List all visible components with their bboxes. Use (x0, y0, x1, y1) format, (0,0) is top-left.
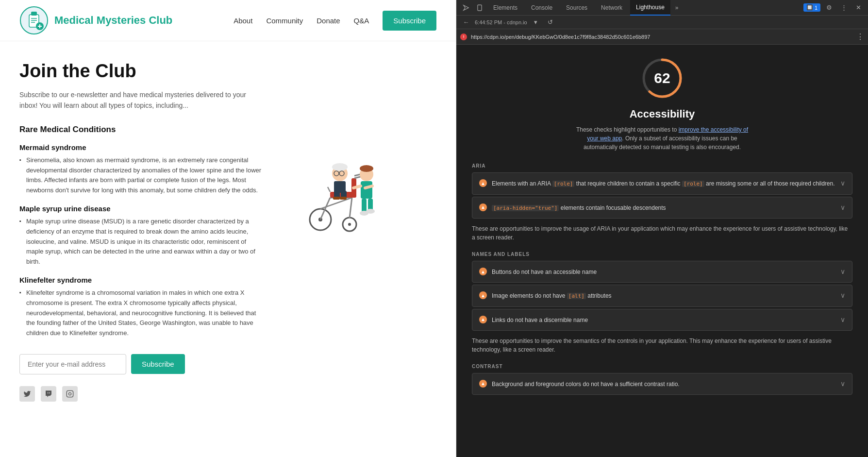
twitter-icon[interactable] (19, 386, 35, 402)
reload-icon[interactable]: ↺ (545, 17, 556, 28)
warning-icon-3: ▲ (479, 268, 487, 275)
chevron-down-icon-3: ∨ (840, 268, 845, 275)
chevron-down-icon-1: ∨ (840, 179, 845, 187)
subscribe-bottom-button[interactable]: Subscribe (131, 354, 185, 374)
aria-item-2-text: [aria-hidden="true"] elements contain fo… (492, 204, 666, 211)
names-item-3[interactable]: ▲ Links do not have a discernible name ∨ (472, 309, 852, 331)
svg-line-38 (353, 186, 361, 188)
svg-point-36 (360, 165, 373, 172)
site-main: Join the Club Subscribe to our e-newslet… (0, 41, 456, 421)
notification-count: 1 (815, 5, 818, 11)
condition-title-maple: Maple syrup urine disease (19, 204, 262, 213)
names-item-1[interactable]: ▲ Buttons do not have an accessible name… (472, 261, 852, 283)
page-subtitle: Subscribe to our e-newsletter and have m… (19, 89, 262, 111)
device-icon[interactable] (474, 2, 485, 14)
condition-list-maple: Maple syrup urine disease (MSUD) is a ra… (19, 217, 262, 267)
svg-rect-34 (340, 197, 347, 200)
names-labels-category-label: NAMES AND LABELS (472, 252, 852, 257)
score-circle: 62 (640, 56, 684, 100)
chevron-down-icon-2: ∨ (840, 203, 845, 211)
names-item-3-content: Links do not have a discernible name (492, 315, 835, 324)
contrast-category-label: CONTRAST (472, 364, 852, 369)
lighthouse-score: 62 (654, 70, 670, 86)
more-options-icon[interactable]: ⋮ (838, 2, 850, 14)
warning-icon-5: ▲ (479, 316, 487, 323)
warning-icon-2: ▲ (479, 203, 487, 211)
nav-about[interactable]: About (234, 17, 252, 25)
notification-icon: 🔲 (806, 4, 813, 11)
more-tabs-button[interactable]: » (672, 4, 682, 11)
svg-point-43 (366, 209, 375, 214)
names-description: These are opportunities to improve the s… (472, 337, 852, 354)
chevron-down-icon-5: ∨ (840, 316, 845, 323)
site-nav: About Community Donate Q&A Subscribe (234, 11, 436, 31)
dropdown-icon[interactable]: ▾ (530, 17, 542, 28)
aria-item-2[interactable]: ▲ [aria-hidden="true"] elements contain … (472, 197, 852, 219)
social-icons (19, 386, 262, 402)
names-item-2-content: Image elements do not have [alt] attribu… (492, 291, 835, 301)
devtools-urlbar: ! https://cdpn.io/pen/debug/KKebGwO/0d8e… (456, 29, 868, 45)
names-item-3-text: Links do not have a discernible name (492, 317, 588, 323)
list-item: Klinefelter syndrome is a chromosomal va… (19, 288, 262, 339)
names-item-1-content: Buttons do not have an accessible name (492, 267, 835, 276)
site-header: Medical Mysteries Club About Community D… (0, 0, 456, 41)
condition-list-mermaid: Sirenomelia, also known as mermaid syndr… (19, 155, 262, 196)
svg-line-21 (328, 187, 330, 192)
email-section: Subscribe (19, 354, 262, 374)
svg-rect-33 (333, 197, 340, 200)
lighthouse-section-title: Accessibility (472, 108, 852, 120)
svg-line-39 (365, 186, 372, 188)
lighthouse-content: 62 Accessibility These checks highlight … (456, 45, 868, 457)
contrast-item-1-content: Background and foreground colors do not … (492, 379, 835, 389)
aria-item-1-content: Elements with an ARIA [role] that requir… (492, 179, 835, 188)
website-panel: Medical Mysteries Club About Community D… (0, 0, 456, 457)
tab-sources[interactable]: Sources (560, 0, 593, 16)
aria-item-2-content: [aria-hidden="true"] elements contain fo… (492, 203, 835, 213)
condition-title-klinefelter: Klinefelter syndrome (19, 276, 262, 284)
tab-elements[interactable]: Elements (487, 0, 523, 16)
nav-community[interactable]: Community (266, 17, 303, 25)
devtools-topbar: Elements Console Sources Network Lightho… (456, 0, 868, 16)
tab-network[interactable]: Network (595, 0, 628, 16)
svg-line-17 (350, 198, 352, 218)
settings-icon[interactable]: ⚙ (823, 2, 835, 14)
condition-title-mermaid: Mermaid syndrome (19, 143, 262, 152)
close-icon[interactable]: ✕ (852, 2, 864, 14)
list-item: Sirenomelia, also known as mermaid syndr… (19, 155, 262, 196)
warning-icon-4: ▲ (479, 291, 487, 299)
names-item-2[interactable]: ▲ Image elements do not have [alt] attri… (472, 285, 852, 307)
names-item-2-text: Image elements do not have [alt] attribu… (492, 292, 612, 299)
content-area: Rare Medical Conditions Mermaid syndrome… (19, 125, 436, 402)
devtools-panel: Elements Console Sources Network Lightho… (456, 0, 868, 457)
svg-rect-37 (361, 181, 372, 199)
chevron-down-icon-6: ∨ (840, 380, 845, 388)
site-title: Medical Mysteries Club (54, 14, 172, 27)
chevron-down-icon-4: ∨ (840, 291, 845, 299)
devtools-time: 6:44:52 PM - cdnpn.io (475, 19, 527, 25)
nav-donate[interactable]: Donate (317, 17, 340, 25)
section-title: Rare Medical Conditions (19, 125, 262, 135)
header-subscribe-button[interactable]: Subscribe (383, 11, 436, 31)
tab-console[interactable]: Console (525, 0, 558, 16)
condition-list-klinefelter: Klinefelter syndrome is a chromosomal va… (19, 288, 262, 339)
warning-icon-1: ▲ (479, 179, 487, 187)
page-favicon: ! (460, 34, 467, 40)
email-input[interactable] (19, 354, 126, 374)
lighthouse-description: These checks highlight opportunities to … (570, 125, 754, 152)
url-more-button[interactable]: ⋮ (856, 32, 864, 41)
twitch-icon[interactable] (41, 386, 56, 402)
warning-icon-6: ▲ (479, 380, 487, 388)
illustration (282, 125, 398, 402)
back-icon[interactable]: ← (460, 17, 472, 28)
nav-qa[interactable]: Q&A (354, 17, 369, 25)
instagram-icon[interactable] (62, 386, 78, 402)
aria-item-1[interactable]: ▲ Elements with an ARIA [role] that requ… (472, 172, 852, 195)
svg-rect-44 (478, 5, 482, 11)
svg-rect-2 (31, 12, 37, 16)
contrast-item-1[interactable]: ▲ Background and foreground colors do no… (472, 373, 852, 395)
svg-rect-40 (362, 199, 367, 212)
inspect-icon[interactable] (460, 2, 472, 14)
names-item-1-text: Buttons do not have an accessible name (492, 269, 597, 275)
tab-lighthouse[interactable]: Lighthouse (630, 0, 670, 16)
logo-container: Medical Mysteries Club (19, 6, 172, 35)
